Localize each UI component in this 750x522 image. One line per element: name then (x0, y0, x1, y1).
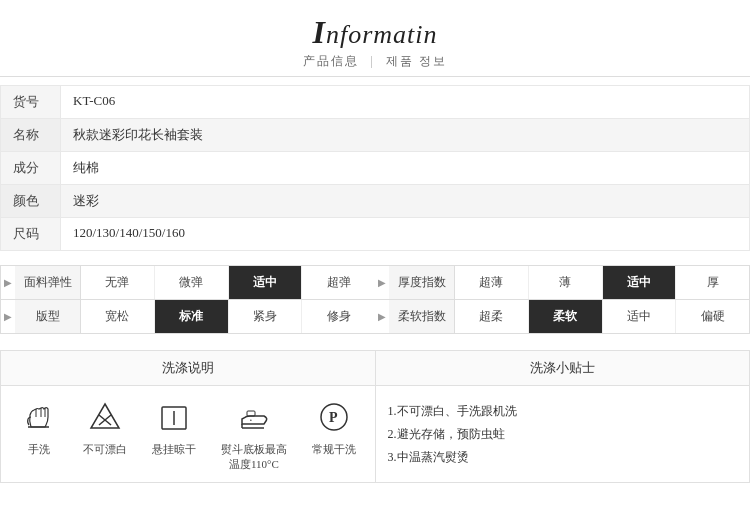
washing-title: 洗涤说明 (1, 351, 375, 386)
spec-option[interactable]: 超薄 (455, 266, 529, 299)
wash-icon: P (315, 398, 353, 436)
info-value: 迷彩 (61, 185, 750, 218)
title-rest: nformatin (326, 20, 438, 49)
info-label: 成分 (1, 152, 61, 185)
subtitle-right: 제품 정보 (386, 54, 447, 68)
arrow-elasticity: ▶ (1, 277, 15, 288)
header-title: Informatin (0, 14, 750, 51)
spec-option[interactable]: 超柔 (455, 300, 529, 333)
tip-item: 3.中温蒸汽熨烫 (388, 446, 738, 469)
wash-icon (86, 398, 124, 436)
wash-item: 不可漂白 (83, 398, 127, 457)
arrow-fit: ▶ (1, 311, 15, 322)
spec-options-fit: 宽松标准紧身修身 (81, 300, 375, 333)
svg-text:•: • (250, 417, 252, 423)
page-header: Informatin 产品信息 | 제품 정보 (0, 0, 750, 77)
spec-options-thickness: 超薄薄适中厚 (455, 266, 749, 299)
info-label: 尺码 (1, 218, 61, 251)
wash-item: 手洗 (20, 398, 58, 457)
info-label: 名称 (1, 119, 61, 152)
spec-row-fit: ▶ 版型 宽松标准紧身修身 ▶ 柔软指数 超柔柔软适中偏硬 (1, 300, 749, 333)
spec-option[interactable]: 微弹 (155, 266, 229, 299)
wash-label: 熨斗底板最高 温度110°C (221, 442, 287, 472)
wash-item: 悬挂晾干 (152, 398, 196, 457)
svg-text:P: P (329, 410, 338, 425)
wash-label: 常规干洗 (312, 442, 356, 457)
info-value: 120/130/140/150/160 (61, 218, 750, 251)
wash-icon: • (235, 398, 273, 436)
subtitle-left: 产品信息 (303, 54, 359, 68)
spec-label-fit: 版型 (15, 300, 81, 333)
spec-label-softness: 柔软指数 (389, 300, 455, 333)
info-label: 颜色 (1, 185, 61, 218)
table-row: 成分纯棉 (1, 152, 750, 185)
spec-option[interactable]: 柔软 (529, 300, 603, 333)
spec-option[interactable]: 薄 (529, 266, 603, 299)
wash-label: 手洗 (28, 442, 50, 457)
spec-option[interactable]: 超弹 (302, 266, 375, 299)
spec-option[interactable]: 适中 (603, 266, 677, 299)
spec-row-elasticity: ▶ 面料弹性 无弹微弹适中超弹 ▶ 厚度指数 超薄薄适中厚 (1, 266, 749, 300)
table-row: 货号KT-C06 (1, 86, 750, 119)
arrow-thickness: ▶ (375, 277, 389, 288)
washing-tips-content: 1.不可漂白、手洗跟机洗2.避光存储，预防虫蛀3.中温蒸汽熨烫 (376, 386, 750, 482)
spec-option[interactable]: 无弹 (81, 266, 155, 299)
spec-option[interactable]: 修身 (302, 300, 375, 333)
washing-tips: 洗涤小贴士 1.不可漂白、手洗跟机洗2.避光存储，预防虫蛀3.中温蒸汽熨烫 (376, 351, 750, 482)
spec-label-thickness: 厚度指数 (389, 266, 455, 299)
spec-option[interactable]: 紧身 (229, 300, 303, 333)
wash-label: 不可漂白 (83, 442, 127, 457)
wash-label: 悬挂晾干 (152, 442, 196, 457)
wash-item: P 常规干洗 (312, 398, 356, 457)
title-letter-I: I (312, 14, 325, 50)
wash-item: • 熨斗底板最高 温度110°C (221, 398, 287, 472)
info-value: 秋款迷彩印花长袖套装 (61, 119, 750, 152)
washing-icons: 手洗 不可漂白 悬挂晾干 • 熨斗底板最高 温度110°C P 常规干洗 (1, 386, 375, 480)
spec-option[interactable]: 适中 (229, 266, 303, 299)
spec-options-softness: 超柔柔软适中偏硬 (455, 300, 749, 333)
spec-option[interactable]: 适中 (603, 300, 677, 333)
wash-icon (20, 398, 58, 436)
spec-label-elasticity: 面料弹性 (15, 266, 81, 299)
table-row: 颜色迷彩 (1, 185, 750, 218)
tip-item: 1.不可漂白、手洗跟机洗 (388, 400, 738, 423)
header-subtitle: 产品信息 | 제품 정보 (0, 53, 750, 70)
tip-item: 2.避光存储，预防虫蛀 (388, 423, 738, 446)
spec-option[interactable]: 宽松 (81, 300, 155, 333)
washing-section: 洗涤说明 手洗 不可漂白 悬挂晾干 • 熨斗底板最高 温度110°C P 常规干… (0, 350, 750, 483)
arrow-softness: ▶ (375, 311, 389, 322)
spec-option[interactable]: 厚 (676, 266, 749, 299)
spec-section: ▶ 面料弹性 无弹微弹适中超弹 ▶ 厚度指数 超薄薄适中厚 ▶ 版型 宽松标准紧… (0, 265, 750, 334)
table-row: 名称秋款迷彩印花长袖套装 (1, 119, 750, 152)
spec-options-elasticity: 无弹微弹适中超弹 (81, 266, 375, 299)
washing-instructions: 洗涤说明 手洗 不可漂白 悬挂晾干 • 熨斗底板最高 温度110°C P 常规干… (1, 351, 376, 482)
washing-tips-title: 洗涤小贴士 (376, 351, 750, 386)
info-value: KT-C06 (61, 86, 750, 119)
svg-marker-4 (91, 404, 119, 428)
info-value: 纯棉 (61, 152, 750, 185)
wash-icon (155, 398, 193, 436)
info-table: 货号KT-C06名称秋款迷彩印花长袖套装成分纯棉颜色迷彩尺码120/130/14… (0, 85, 750, 251)
spec-option[interactable]: 偏硬 (676, 300, 749, 333)
subtitle-separator: | (370, 54, 374, 68)
info-label: 货号 (1, 86, 61, 119)
table-row: 尺码120/130/140/150/160 (1, 218, 750, 251)
spec-option[interactable]: 标准 (155, 300, 229, 333)
